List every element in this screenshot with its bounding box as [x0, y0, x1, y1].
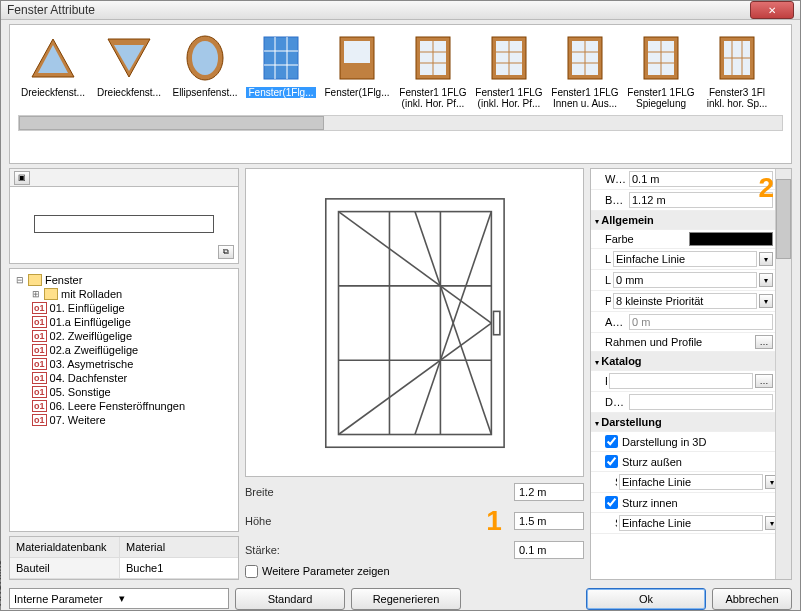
tree-item[interactable]: o102. Zweiflügelige: [32, 329, 234, 343]
prop-abstand-wand-label: Abstand von Wa...: [591, 313, 627, 331]
preview-3d: [245, 168, 584, 477]
dropdown-icon[interactable]: ▾: [765, 475, 775, 489]
gallery-caption: Fenster3 1Fl inkl. hor. Sp...: [702, 87, 772, 109]
more-params-label: Weitere Parameter zeigen: [262, 565, 390, 577]
svg-line-44: [338, 212, 491, 323]
close-button[interactable]: ✕: [750, 1, 794, 19]
window-thumb-icon: [104, 33, 154, 83]
cancel-button[interactable]: Abbrechen: [712, 588, 792, 610]
category-tree[interactable]: Fenster mit Rolladen o101. Einflügeligeo…: [9, 268, 239, 532]
prop-prioritaet[interactable]: [613, 293, 757, 309]
parameter-combo[interactable]: Interne Parameter▾: [9, 588, 229, 609]
prop-wandabstand[interactable]: [629, 171, 773, 187]
gallery-caption: Fenster1 1FLG Spiegelung: [626, 87, 696, 109]
prop-datenbank-label: Datenbank: [591, 393, 627, 411]
tree-root[interactable]: Fenster: [16, 273, 234, 287]
dropdown-icon[interactable]: ▾: [765, 516, 775, 530]
mg-cell[interactable]: Bauteil: [10, 558, 120, 579]
ok-button[interactable]: Ok: [586, 588, 706, 610]
prop-prioritaet-label: Priorität: [591, 292, 611, 310]
dropdown-icon[interactable]: ▾: [759, 252, 773, 266]
prop-rahmen-label: Rahmen und Profile: [591, 333, 753, 351]
mg-cell[interactable]: Buche1: [120, 558, 238, 579]
category-icon: o1: [32, 400, 47, 412]
window-thumb-icon: [180, 33, 230, 83]
tree-item[interactable]: o106. Leere Fensteröffnungen: [32, 399, 234, 413]
window-thumb-icon: [636, 33, 686, 83]
gallery-item[interactable]: Dreieckfenst...: [94, 33, 164, 98]
param-label-staerke: Stärke:: [245, 544, 474, 556]
window-thumb-icon: [256, 33, 306, 83]
category-icon: o1: [32, 386, 47, 398]
tree-item[interactable]: o101.a Einflügelige: [32, 315, 234, 329]
tree-item[interactable]: o101. Einflügelige: [32, 301, 234, 315]
param-staerke[interactable]: [514, 541, 584, 559]
gallery-item[interactable]: Fenster1 1FLG (inkl. Hor. Pf...: [398, 33, 468, 109]
prop-linienstaerke[interactable]: [613, 272, 757, 288]
copy-icon[interactable]: ⧉: [218, 245, 234, 259]
property-grid: Wandabstand Brüstungshöhe Allgemein Farb…: [591, 169, 775, 579]
prop-abstand-wand[interactable]: [629, 314, 773, 330]
tree-folder[interactable]: mit Rolladen: [32, 287, 234, 301]
gallery-item[interactable]: Fenster(1Flg...: [246, 33, 316, 98]
prop-datenbank[interactable]: [629, 394, 773, 410]
gallery-item[interactable]: Fenster1 1FLG (inkl. Hor. Pf...: [474, 33, 544, 109]
gallery-item[interactable]: Fenster1 1FLG Spiegelung: [626, 33, 696, 109]
section-darstellung[interactable]: Darstellung: [591, 413, 687, 431]
gallery-item[interactable]: Fenster(1Flg...: [322, 33, 392, 98]
gallery-caption: Fenster1 1FLG (inkl. Hor. Pf...: [398, 87, 468, 109]
svg-rect-12: [344, 41, 370, 63]
section-allgemein[interactable]: Allgemein: [591, 211, 687, 229]
prop-sturz-aussen-check[interactable]: [605, 455, 618, 468]
param-label-breite: Breite: [245, 486, 474, 498]
category-icon: o1: [32, 344, 47, 356]
prop-linientyp-label: Linientyp: [591, 250, 611, 268]
gallery-item[interactable]: Fenster1 1FLG Innen u. Aus...: [550, 33, 620, 109]
prop-sturz-innen-check[interactable]: [605, 496, 618, 509]
category-icon: o1: [32, 316, 47, 328]
prop-produkt[interactable]: [609, 373, 753, 389]
standard-button[interactable]: Standard: [235, 588, 345, 610]
marker-one: 1: [474, 505, 514, 537]
svg-rect-6: [264, 37, 298, 79]
more-params-checkbox[interactable]: [245, 565, 258, 578]
regenerate-button[interactable]: Regenerieren: [351, 588, 461, 610]
gallery-item[interactable]: Dreieckfenst...: [18, 33, 88, 98]
prop-farbe-swatch[interactable]: [689, 232, 773, 246]
folder-icon: [28, 274, 42, 286]
category-icon: o1: [32, 372, 47, 384]
param-breite[interactable]: [514, 483, 584, 501]
prop-linientyp[interactable]: [613, 251, 757, 267]
propgrid-scrollbar[interactable]: [775, 169, 791, 579]
svg-point-5: [192, 41, 218, 75]
ellipsis-button[interactable]: …: [755, 374, 773, 388]
gallery-scrollbar[interactable]: [18, 115, 783, 131]
ellipsis-button[interactable]: …: [755, 335, 773, 349]
gallery-caption: Fenster(1Flg...: [246, 87, 316, 98]
prop-darst3d-check[interactable]: [605, 435, 618, 448]
view3d-icon[interactable]: ▣: [14, 171, 30, 185]
prop-farbe-label: Farbe: [591, 230, 687, 248]
gallery-caption: Dreieckfenst...: [18, 87, 88, 98]
tree-item[interactable]: o102.a Zweiflügelige: [32, 343, 234, 357]
param-hoehe[interactable]: [514, 512, 584, 530]
tree-item[interactable]: o103. Asymetrische: [32, 357, 234, 371]
tree-item[interactable]: o104. Dachfenster: [32, 371, 234, 385]
dropdown-icon[interactable]: ▾: [759, 273, 773, 287]
tree-item[interactable]: o107. Weitere: [32, 413, 234, 427]
prop-bruestung[interactable]: [629, 192, 773, 208]
section-katalog[interactable]: Katalog: [591, 352, 687, 370]
dropdown-icon[interactable]: ▾: [759, 294, 773, 308]
prop-wandabstand-label: Wandabstand: [591, 170, 627, 188]
gallery-caption: Fenster1 1FLG Innen u. Aus...: [550, 87, 620, 109]
prop-sturz-lt1[interactable]: [619, 474, 763, 490]
window-thumb-icon: [712, 33, 762, 83]
gallery-item[interactable]: Ellipsenfenst...: [170, 33, 240, 98]
tree-item[interactable]: o105. Sonstige: [32, 385, 234, 399]
param-label-hoehe: Höhe: [245, 515, 474, 527]
window-thumb-icon: [28, 33, 78, 83]
prop-sturz-lt2[interactable]: [619, 515, 763, 531]
gallery-item[interactable]: Fenster3 1Fl inkl. hor. Sp...: [702, 33, 772, 109]
category-icon: o1: [32, 302, 47, 314]
category-icon: o1: [32, 330, 47, 342]
